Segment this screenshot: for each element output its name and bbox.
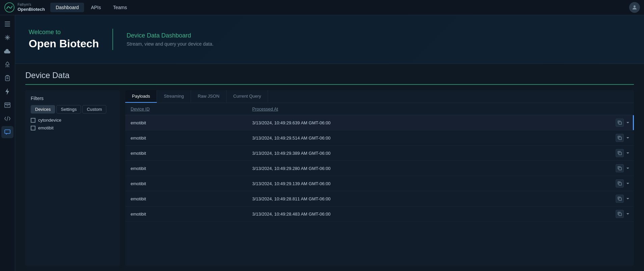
svg-rect-23	[619, 198, 621, 201]
expand-button[interactable]	[624, 210, 631, 218]
filter-item-cytondevice[interactable]: cytondevice	[31, 118, 114, 123]
svg-point-1	[634, 5, 636, 7]
copy-button[interactable]	[616, 119, 624, 127]
user-avatar[interactable]	[629, 2, 640, 13]
cell-device-id: emotibit	[125, 115, 247, 130]
cell-processed-at: 3/13/2024, 10:49:28.483 AM GMT-06:00	[247, 206, 610, 222]
filter-tab-custom[interactable]: Custom	[82, 105, 106, 114]
sidebar-archive-icon[interactable]	[1, 99, 14, 111]
table-row: emotibit3/13/2024, 10:49:29.139 AM GMT-0…	[125, 176, 634, 191]
table-row: emotibit3/13/2024, 10:49:29.639 AM GMT-0…	[125, 115, 634, 130]
cell-device-id: emotibit	[125, 206, 247, 222]
copy-button[interactable]	[616, 134, 624, 142]
cell-device-id: emotibit	[125, 191, 247, 206]
sidebar-cloud-icon[interactable]	[1, 45, 14, 57]
expand-button[interactable]	[624, 149, 631, 157]
expand-button[interactable]	[624, 195, 631, 203]
cell-actions	[610, 115, 634, 130]
main-layout: Welcome to Open Biotech Device Data Dash…	[0, 15, 644, 271]
filter-tab-settings[interactable]: Settings	[56, 105, 81, 114]
svg-rect-4	[5, 26, 10, 26]
filter-checkbox-emotibit[interactable]	[31, 126, 35, 130]
table-body: emotibit3/13/2024, 10:49:29.639 AM GMT-0…	[125, 115, 634, 222]
table-row: emotibit3/13/2024, 10:49:29.280 AM GMT-0…	[125, 161, 634, 176]
filter-label-emotibit: emotibit	[38, 125, 54, 130]
sidebar-bolt-icon[interactable]	[1, 85, 14, 98]
active-row-indicator	[633, 115, 634, 130]
device-data-header: Device Data	[15, 64, 644, 85]
cell-device-id: emotibit	[125, 146, 247, 161]
svg-rect-21	[619, 168, 621, 170]
logo-text: Fathym's OpenBiotech	[18, 3, 45, 12]
table-panel: Payloads Streaming Raw JSON Current Quer…	[125, 90, 634, 266]
filter-tabs: Devices Settings Custom	[31, 105, 114, 114]
cell-processed-at: 3/13/2024, 10:49:29.389 AM GMT-06:00	[247, 146, 610, 161]
copy-button[interactable]	[616, 149, 624, 157]
cell-actions	[610, 146, 634, 161]
expand-button[interactable]	[624, 179, 631, 188]
svg-rect-10	[5, 76, 9, 81]
svg-rect-13	[5, 103, 10, 104]
sidebar-code-icon[interactable]	[1, 113, 14, 125]
svg-rect-2	[5, 22, 10, 22]
svg-rect-18	[619, 122, 621, 125]
cell-actions	[610, 176, 634, 191]
logo-area[interactable]: Fathym's OpenBiotech	[4, 2, 45, 13]
tab-raw-json[interactable]: Raw JSON	[191, 90, 226, 103]
column-processed-at[interactable]: Processed At	[247, 103, 610, 115]
copy-button[interactable]	[616, 179, 624, 188]
sidebar	[0, 15, 15, 271]
nav-apis[interactable]: APIs	[85, 3, 106, 12]
sidebar-rocket-icon[interactable]	[1, 58, 14, 71]
top-nav: Fathym's OpenBiotech Dashboard APIs Team…	[0, 0, 644, 15]
filter-tab-devices[interactable]: Devices	[31, 105, 55, 114]
sidebar-clipboard-icon[interactable]	[1, 72, 14, 84]
svg-rect-24	[619, 213, 621, 216]
svg-rect-19	[619, 137, 621, 140]
svg-line-16	[7, 116, 8, 121]
nav-dashboard[interactable]: Dashboard	[50, 3, 84, 12]
hero-subtitle: Device Data Dashboard	[127, 32, 214, 39]
filter-checkbox-cytondevice[interactable]	[31, 118, 35, 123]
svg-rect-22	[619, 183, 621, 186]
copy-button[interactable]	[616, 210, 624, 218]
cell-actions	[610, 130, 634, 146]
filters-panel: Filters Devices Settings Custom cytondev…	[25, 90, 120, 266]
tab-current-query[interactable]: Current Query	[226, 90, 268, 103]
cell-device-id: emotibit	[125, 161, 247, 176]
table-row: emotibit3/13/2024, 10:49:28.811 AM GMT-0…	[125, 191, 634, 206]
cell-processed-at: 3/13/2024, 10:49:29.514 AM GMT-06:00	[247, 130, 610, 146]
table-tabs: Payloads Streaming Raw JSON Current Quer…	[125, 90, 634, 103]
cell-actions	[610, 191, 634, 206]
nav-links: Dashboard APIs Teams	[50, 3, 132, 12]
copy-button[interactable]	[616, 195, 624, 203]
cell-processed-at: 3/13/2024, 10:49:29.139 AM GMT-06:00	[247, 176, 610, 191]
cell-device-id: emotibit	[125, 176, 247, 191]
filters-title: Filters	[31, 96, 114, 101]
hero-left: Welcome to Open Biotech	[29, 29, 113, 50]
svg-rect-17	[5, 130, 10, 133]
sidebar-chat-icon[interactable]	[1, 126, 14, 138]
table-row: emotibit3/13/2024, 10:49:29.389 AM GMT-0…	[125, 146, 634, 161]
tab-payloads[interactable]: Payloads	[125, 90, 157, 103]
expand-button[interactable]	[624, 134, 631, 142]
hero-right: Device Data Dashboard Stream, view and q…	[113, 32, 214, 47]
svg-rect-20	[619, 152, 621, 155]
logo-icon	[4, 2, 15, 13]
device-data-title: Device Data	[25, 71, 634, 85]
nav-teams[interactable]: Teams	[108, 3, 132, 12]
expand-button[interactable]	[624, 164, 631, 172]
copy-button[interactable]	[616, 164, 624, 172]
main-content: Welcome to Open Biotech Device Data Dash…	[15, 15, 644, 271]
expand-button[interactable]	[624, 119, 631, 127]
filter-item-emotibit[interactable]: emotibit	[31, 125, 114, 130]
tab-streaming[interactable]: Streaming	[157, 90, 191, 103]
sidebar-asterisk-icon[interactable]	[1, 31, 14, 44]
table-row: emotibit3/13/2024, 10:49:28.483 AM GMT-0…	[125, 206, 634, 222]
column-device-id[interactable]: Device ID	[125, 103, 247, 115]
cell-actions	[610, 206, 634, 222]
table-header-row: Device ID Processed At	[125, 103, 634, 115]
sidebar-menu-icon[interactable]	[1, 18, 14, 30]
filter-label-cytondevice: cytondevice	[38, 118, 61, 123]
cell-device-id: emotibit	[125, 130, 247, 146]
